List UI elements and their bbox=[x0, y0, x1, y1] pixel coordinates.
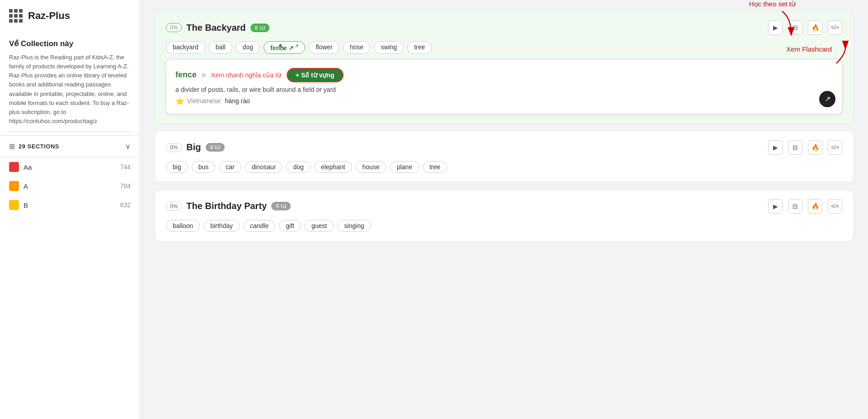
definition-popup-fence: fence n Xem nhanh nghĩa của từ + Số từ v… bbox=[166, 59, 842, 114]
star-icon: ⭐ bbox=[175, 97, 184, 105]
code-button-big[interactable]: </> bbox=[828, 140, 842, 155]
card-header-left-birthday: 0% The Birthday Party 6 từ bbox=[166, 201, 291, 211]
def-nav-button[interactable]: ↗ bbox=[819, 91, 835, 107]
progress-badge-big: 0% bbox=[166, 143, 182, 152]
word-tag-bus[interactable]: bus bbox=[192, 161, 216, 173]
color-dot-aa bbox=[9, 162, 19, 172]
annotation-learn-set-label: Học theo set từ bbox=[749, 0, 796, 8]
layers-button-backyard[interactable]: ⊟ bbox=[788, 20, 802, 35]
main-content: Học theo set từ Xem Flashcard 0% bbox=[140, 0, 868, 419]
card-title-birthday: The Birthday Party bbox=[186, 201, 267, 211]
sidebar-about: Về Collection này Raz-Plus is the Readin… bbox=[0, 30, 140, 131]
card-actions-backyard: ▶ ⊟ 🔥 </> bbox=[768, 20, 842, 35]
card-header-birthday: 0% The Birthday Party 6 từ ▶ ⊟ 🔥 </> bbox=[166, 199, 842, 214]
sidebar-sections-toggle[interactable]: ⊞ 29 SECTIONS ∨ bbox=[0, 135, 140, 157]
word-tags-backyard: backyard ball dog fence ↗ flower hose sw… bbox=[166, 41, 842, 54]
item-label-b: B bbox=[24, 201, 28, 209]
item-left-b: B bbox=[9, 200, 28, 210]
word-tag-tree[interactable]: tree bbox=[407, 41, 432, 54]
word-tag-big[interactable]: big bbox=[166, 161, 188, 173]
def-pos: n bbox=[202, 71, 206, 79]
code-button-birthday[interactable]: </> bbox=[828, 199, 842, 214]
def-header: fence n Xem nhanh nghĩa của từ + Số từ v… bbox=[175, 68, 833, 82]
sidebar-item-b[interactable]: B 632 bbox=[0, 195, 140, 214]
def-lang: Vietnamese: bbox=[187, 97, 222, 105]
fire-button-birthday[interactable]: 🔥 bbox=[808, 199, 822, 214]
word-tag-ball[interactable]: ball bbox=[209, 41, 232, 54]
item-count-b: 632 bbox=[120, 201, 131, 209]
def-word: fence bbox=[175, 70, 197, 80]
item-count-a: 704 bbox=[120, 182, 131, 190]
play-button-birthday[interactable]: ▶ bbox=[768, 199, 783, 214]
card-header-left-big: 0% Big 9 từ bbox=[166, 142, 225, 152]
section-card-big: 0% Big 9 từ ▶ ⊟ 🔥 </> big bus car dinosa… bbox=[155, 131, 854, 182]
layers-button-birthday[interactable]: ⊟ bbox=[788, 199, 802, 214]
word-tag-plane[interactable]: plane bbox=[390, 161, 419, 173]
section-card-backyard: 0% The Backyard 8 từ ▶ ⊟ 🔥 </> backyard … bbox=[155, 11, 854, 124]
word-count-birthday: 6 từ bbox=[271, 202, 290, 210]
word-tags-big: big bus car dinosaur dog elephant house … bbox=[166, 161, 842, 173]
word-tag-fence[interactable]: fence ↗ bbox=[264, 41, 305, 54]
play-button-backyard[interactable]: ▶ bbox=[768, 20, 783, 35]
word-tags-birthday: balloon birthday candle gift guest singi… bbox=[166, 220, 842, 232]
annotation-learn-set: Học theo set từ bbox=[749, 0, 796, 8]
grid-icon[interactable] bbox=[9, 9, 23, 23]
card-header-left-backyard: 0% The Backyard 8 từ bbox=[166, 23, 269, 33]
word-tag-dog[interactable]: dog bbox=[236, 41, 260, 54]
about-title: Về Collection này bbox=[9, 39, 131, 48]
sections-label: 29 SECTIONS bbox=[19, 143, 59, 150]
add-vocab-button[interactable]: + Số từ vựng bbox=[287, 68, 344, 82]
item-count-aa: 744 bbox=[120, 163, 131, 171]
word-tag-backyard[interactable]: backyard bbox=[166, 41, 205, 54]
sidebar-item-aa[interactable]: Aa 744 bbox=[0, 157, 140, 176]
sidebar-item-a[interactable]: A 704 bbox=[0, 176, 140, 195]
word-tag-tree2[interactable]: tree bbox=[423, 161, 447, 173]
sidebar-header: Raz-Plus bbox=[0, 0, 140, 30]
sidebar-divider bbox=[7, 131, 132, 132]
progress-badge-backyard: 0% bbox=[166, 23, 182, 32]
card-actions-big: ▶ ⊟ 🔥 </> bbox=[768, 140, 842, 155]
app-title: Raz-Plus bbox=[28, 10, 70, 22]
card-title-big: Big bbox=[186, 142, 201, 152]
play-button-big[interactable]: ▶ bbox=[768, 140, 783, 155]
word-tag-elephant[interactable]: elephant bbox=[314, 161, 352, 173]
word-tag-dinosaur[interactable]: dinosaur bbox=[245, 161, 283, 173]
word-tag-car[interactable]: car bbox=[219, 161, 241, 173]
fire-button-backyard[interactable]: 🔥 bbox=[808, 20, 822, 35]
word-tag-balloon[interactable]: balloon bbox=[166, 220, 200, 232]
word-tag-candle[interactable]: candle bbox=[243, 220, 275, 232]
word-count-big: 9 từ bbox=[206, 143, 225, 152]
word-tag-house[interactable]: house bbox=[356, 161, 387, 173]
word-count-backyard: 8 từ bbox=[250, 24, 269, 32]
sections-icon: ⊞ bbox=[9, 142, 15, 151]
code-button-backyard[interactable]: </> bbox=[828, 20, 842, 35]
layers-button-big[interactable]: ⊟ bbox=[788, 140, 802, 155]
fire-button-big[interactable]: 🔥 bbox=[808, 140, 822, 155]
word-tag-hose[interactable]: hose bbox=[343, 41, 370, 54]
sidebar: Raz-Plus Về Collection này Raz-Plus is t… bbox=[0, 0, 140, 419]
word-tag-gift[interactable]: gift bbox=[279, 220, 301, 232]
about-text: Raz-Plus is the Reading part of KidsA-Z,… bbox=[9, 53, 131, 126]
def-translation: ⭐ Vietnamese: hàng rào bbox=[175, 97, 833, 105]
item-label-aa: Aa bbox=[24, 163, 32, 171]
progress-badge-birthday: 0% bbox=[166, 202, 182, 211]
item-left-aa: Aa bbox=[9, 162, 32, 172]
word-tag-singing[interactable]: singing bbox=[337, 220, 371, 232]
word-tag-dog2[interactable]: dog bbox=[286, 161, 310, 173]
sections-left: ⊞ 29 SECTIONS bbox=[9, 142, 59, 151]
word-tag-flower[interactable]: flower bbox=[309, 41, 339, 54]
word-tag-guest[interactable]: guest bbox=[305, 220, 334, 232]
word-tag-birthday[interactable]: birthday bbox=[203, 220, 240, 232]
def-hint: Xem nhanh nghĩa của từ bbox=[211, 71, 281, 79]
chevron-down-icon: ∨ bbox=[125, 142, 131, 151]
card-header-big: 0% Big 9 từ ▶ ⊟ 🔥 </> bbox=[166, 140, 842, 155]
def-text: a divider of posts, rails, or wire built… bbox=[175, 86, 833, 93]
section-card-birthday: 0% The Birthday Party 6 từ ▶ ⊟ 🔥 </> bal… bbox=[155, 190, 854, 241]
word-tag-swing[interactable]: swing bbox=[374, 41, 404, 54]
item-label-a: A bbox=[24, 182, 28, 190]
card-header-backyard: 0% The Backyard 8 từ ▶ ⊟ 🔥 </> bbox=[166, 20, 842, 35]
color-dot-a bbox=[9, 181, 19, 191]
def-trans-word: hàng rào bbox=[225, 97, 250, 105]
card-actions-birthday: ▶ ⊟ 🔥 </> bbox=[768, 199, 842, 214]
item-left-a: A bbox=[9, 181, 28, 191]
